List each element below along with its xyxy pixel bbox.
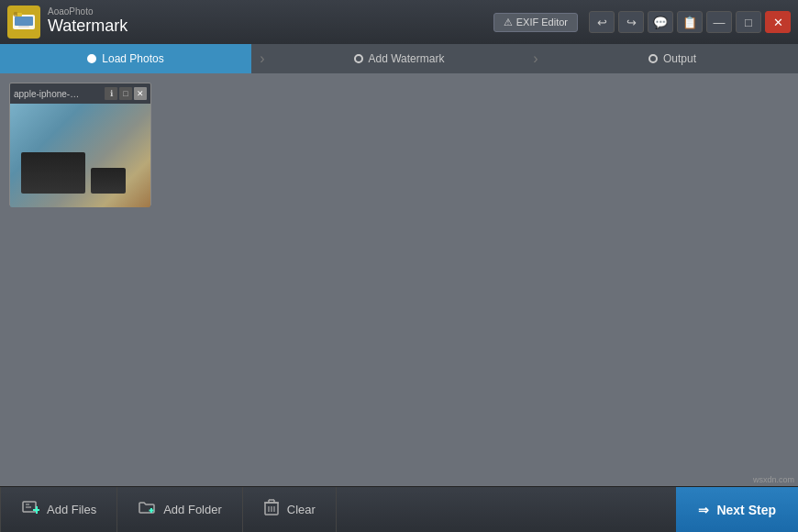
- redo-button[interactable]: ↪: [618, 11, 644, 33]
- step-dot-add-watermark: [354, 54, 363, 63]
- photo-info-button[interactable]: ℹ: [105, 87, 117, 100]
- photo-close-icon: ✕: [137, 89, 144, 98]
- add-folder-icon: [138, 498, 156, 521]
- step-load-photos-label: Load Photos: [102, 52, 163, 65]
- bottom-toolbar: Add Files Add Folder Clear: [0, 486, 798, 532]
- svg-rect-4: [14, 12, 17, 17]
- app-title-group: AoaoPhoto Watermark: [48, 7, 127, 37]
- title-bar: AoaoPhoto Watermark ⚠ EXIF Editor ↩ ↪ 💬 …: [0, 0, 798, 44]
- step-separator-2: ›: [525, 44, 547, 73]
- close-button[interactable]: ✕: [765, 11, 791, 33]
- photo-card-actions: ℹ □ ✕: [105, 87, 147, 100]
- step-dot-load-photos: [87, 54, 96, 63]
- maximize-button[interactable]: □: [736, 11, 761, 33]
- save-icon: 📋: [682, 16, 697, 29]
- title-bar-controls: ⚠ EXIF Editor ↩ ↪ 💬 📋 — □ ✕: [493, 11, 791, 33]
- next-step-button[interactable]: ⇒ Next Step: [676, 487, 798, 532]
- step-output-label: Output: [663, 52, 696, 65]
- step-output[interactable]: Output: [547, 44, 798, 73]
- undo-icon: ↩: [597, 16, 607, 29]
- app-title: Watermark: [48, 17, 127, 37]
- clear-icon: [263, 498, 280, 521]
- step-add-watermark-label: Add Watermark: [369, 52, 445, 65]
- photo-card-header: apple-iphone-… ℹ □ ✕: [10, 83, 150, 104]
- exif-editor-label: EXIF Editor: [516, 17, 568, 28]
- save-button[interactable]: 📋: [677, 11, 703, 33]
- add-folder-label: Add Folder: [163, 503, 222, 516]
- step-add-watermark[interactable]: Add Watermark: [273, 44, 525, 73]
- step-dot-output: [648, 54, 658, 63]
- add-files-button[interactable]: Add Files: [0, 487, 117, 532]
- info-icon: ℹ: [110, 89, 113, 98]
- minimize-icon: —: [714, 16, 726, 29]
- photo-card-image: [10, 104, 150, 207]
- add-folder-button[interactable]: Add Folder: [117, 487, 243, 532]
- clear-label: Clear: [287, 503, 316, 516]
- step-load-photos[interactable]: Load Photos: [0, 44, 251, 73]
- add-files-icon: [21, 498, 39, 521]
- svg-rect-2: [18, 26, 29, 28]
- svg-rect-1: [15, 17, 33, 26]
- redo-icon: ↪: [626, 16, 637, 29]
- steps-bar: Load Photos › Add Watermark › Output: [0, 44, 798, 73]
- next-step-label: Next Step: [716, 503, 776, 517]
- maximize-icon: □: [745, 16, 752, 29]
- photo-card-filename: apple-iphone-…: [14, 89, 105, 99]
- close-icon: ✕: [773, 16, 783, 29]
- chat-button[interactable]: 💬: [648, 11, 673, 33]
- add-files-label: Add Files: [47, 503, 96, 516]
- next-step-icon: ⇒: [698, 503, 709, 517]
- chat-icon: 💬: [653, 16, 668, 29]
- watermark-text: wsxdn.com: [753, 475, 794, 484]
- minimize-button[interactable]: —: [706, 11, 732, 33]
- photo-expand-button[interactable]: □: [119, 87, 132, 100]
- photo-card: apple-iphone-… ℹ □ ✕: [9, 83, 151, 206]
- exif-editor-button[interactable]: ⚠ EXIF Editor: [493, 13, 578, 32]
- expand-icon: □: [123, 89, 127, 98]
- step-separator-1: ›: [251, 44, 273, 73]
- app-logo: [7, 6, 40, 39]
- exif-warning-icon: ⚠: [504, 17, 513, 28]
- clear-button[interactable]: Clear: [243, 487, 337, 532]
- app-subtitle: AoaoPhoto: [48, 7, 127, 17]
- main-content: apple-iphone-… ℹ □ ✕ wsxdn.com: [0, 73, 798, 486]
- photo-close-button[interactable]: ✕: [134, 87, 147, 100]
- undo-button[interactable]: ↩: [589, 11, 615, 33]
